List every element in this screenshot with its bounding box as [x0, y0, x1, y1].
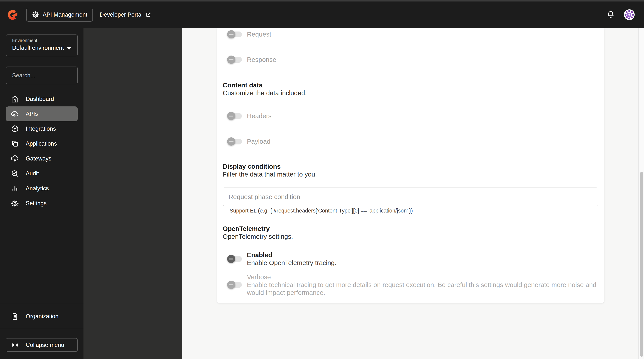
home-icon — [10, 95, 19, 103]
sidebar-bottom: Organization Collapse menu — [6, 303, 78, 359]
collapse-menu-label: Collapse menu — [26, 342, 64, 348]
sidebar-item-label: APIs — [26, 110, 38, 117]
headers-toggle-label: Headers — [247, 112, 272, 120]
toggle-thumb-minus-icon — [227, 112, 235, 120]
payload-toggle[interactable] — [227, 139, 242, 144]
sidebar-item-label: Dashboard — [26, 96, 54, 102]
environment-select-value: Default environment — [12, 44, 64, 51]
toggle-thumb-minus-icon — [227, 30, 235, 38]
content-data-title: Content data — [223, 81, 598, 89]
search-input[interactable] — [12, 72, 86, 79]
api-management-label: API Management — [43, 11, 88, 18]
analytics-icon — [10, 184, 19, 193]
developer-portal-label: Developer Portal — [100, 11, 143, 18]
gravitee-logo-icon — [7, 9, 19, 21]
enabled-setting-text: Enabled Enable OpenTelemetry tracing. — [247, 251, 336, 267]
display-conditions-description: Filter the data that matter to you. — [223, 170, 598, 178]
verbose-setting-text: Verbose Enable technical tracing to get … — [247, 273, 598, 296]
payload-toggle-label: Payload — [247, 138, 270, 145]
condition-hint: Support EL (e.g: { #request.headers['Con… — [230, 208, 598, 214]
collapse-menu-button[interactable]: Collapse menu — [6, 338, 78, 352]
environment-select-label: Environment — [12, 38, 72, 43]
sidebar-item-label: Integrations — [26, 126, 56, 132]
environment-select[interactable]: Environment Default environment — [6, 34, 78, 56]
sidebar-item-gateways[interactable]: Gateways — [6, 151, 78, 166]
response-toggle[interactable] — [227, 57, 242, 63]
topbar: API Management Developer Portal — [0, 2, 644, 28]
content-data-description: Customize the data included. — [223, 89, 598, 97]
chevron-down-icon — [67, 47, 72, 50]
organization-icon — [10, 312, 19, 320]
sidebar-item-analytics[interactable]: Analytics — [6, 181, 78, 196]
window-top-strip — [0, 0, 644, 2]
audit-icon — [10, 169, 19, 178]
notifications-bell-icon[interactable] — [606, 10, 615, 20]
sidebar-item-label: Audit — [26, 170, 39, 177]
gear-icon — [10, 199, 19, 208]
headers-toggle[interactable] — [227, 113, 242, 119]
sidebar-search — [6, 66, 78, 84]
cloud-gateway-icon — [10, 154, 19, 163]
display-conditions-title: Display conditions — [223, 162, 598, 170]
scrollbar-thumb[interactable] — [640, 172, 643, 357]
scrollbar-track[interactable] — [638, 28, 644, 359]
request-phase-condition-input[interactable] — [223, 188, 598, 206]
opentelemetry-enabled-toggle[interactable] — [227, 256, 242, 262]
gear-icon — [32, 11, 40, 19]
enabled-label: Enabled — [247, 251, 336, 259]
toggle-thumb-minus-icon — [227, 56, 235, 64]
settings-card: Request Response Content data Customize … — [217, 28, 604, 303]
verbose-label: Verbose — [247, 273, 598, 281]
sidebar-item-settings[interactable]: Settings — [6, 196, 78, 211]
sidebar-item-applications[interactable]: Applications — [6, 136, 78, 151]
toggle-thumb-minus-icon — [227, 255, 235, 263]
opentelemetry-title: OpenTelemetry — [223, 225, 598, 232]
cloud-gear-icon — [10, 110, 19, 118]
sidebar-item-organization[interactable]: Organization — [6, 309, 78, 324]
sidebar-nav: Dashboard APIs — [6, 92, 78, 211]
opentelemetry-verbose-toggle[interactable] — [227, 282, 242, 288]
verbose-description: Enable technical tracing to get more det… — [247, 281, 598, 296]
sidebar-item-label: Settings — [26, 200, 46, 207]
sidebar-item-label: Gateways — [26, 155, 52, 162]
sidebar-item-label: Analytics — [26, 185, 49, 192]
api-management-button[interactable]: API Management — [26, 8, 93, 22]
applications-icon — [10, 140, 19, 148]
opentelemetry-description: OpenTelemetry settings. — [223, 232, 598, 240]
secondary-panel — [84, 28, 182, 359]
sidebar-item-dashboard[interactable]: Dashboard — [6, 92, 78, 106]
sidebar: Environment Default environment — [0, 28, 84, 359]
request-toggle[interactable] — [227, 32, 242, 37]
user-avatar[interactable] — [624, 9, 635, 20]
sidebar-item-apis[interactable]: APIs — [6, 106, 78, 121]
response-toggle-label: Response — [247, 56, 276, 63]
request-toggle-label: Request — [247, 30, 271, 38]
sidebar-item-integrations[interactable]: Integrations — [6, 121, 78, 136]
sidebar-item-audit[interactable]: Audit — [6, 166, 78, 181]
developer-portal-link[interactable]: Developer Portal — [100, 11, 152, 18]
collapse-icon — [11, 341, 19, 349]
topbar-right — [606, 9, 635, 20]
enabled-description: Enable OpenTelemetry tracing. — [247, 259, 336, 267]
main-content: Request Response Content data Customize … — [182, 28, 644, 359]
app-body: Environment Default environment — [0, 28, 644, 359]
divider — [0, 328, 84, 329]
toggle-thumb-minus-icon — [227, 281, 235, 289]
toggle-thumb-minus-icon — [227, 137, 235, 146]
sidebar-item-label: Organization — [26, 313, 58, 320]
external-link-icon — [145, 12, 151, 18]
package-icon — [10, 124, 19, 133]
sidebar-item-label: Applications — [26, 140, 57, 147]
divider — [0, 303, 84, 303]
